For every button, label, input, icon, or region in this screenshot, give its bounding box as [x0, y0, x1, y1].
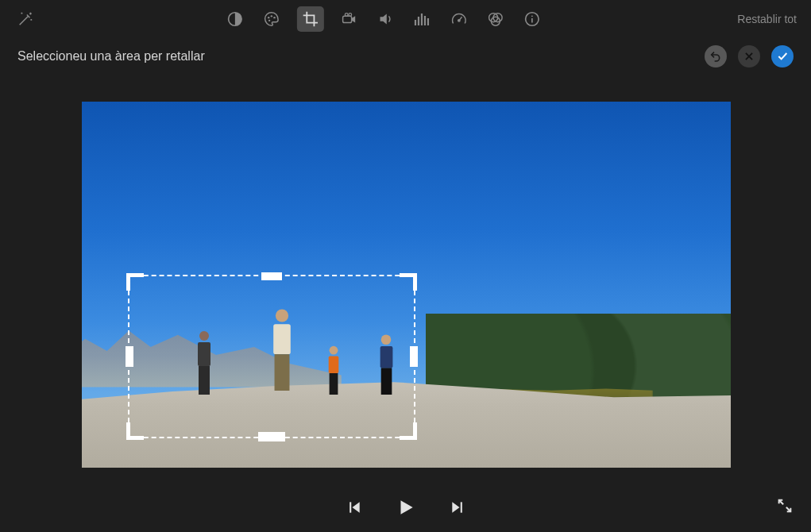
svg-point-6	[345, 13, 348, 17]
speedometer-icon[interactable]	[447, 8, 469, 30]
next-frame-button[interactable]	[450, 499, 465, 515]
playback-controls	[346, 497, 465, 518]
cancel-button[interactable]	[738, 45, 760, 67]
svg-point-7	[348, 13, 351, 17]
svg-rect-11	[423, 16, 425, 25]
svg-point-2	[270, 15, 272, 17]
volume-icon[interactable]	[374, 8, 396, 30]
svg-rect-20	[460, 502, 461, 512]
video-viewer	[82, 102, 731, 468]
crop-handle-left[interactable]	[126, 346, 133, 367]
svg-point-3	[273, 17, 275, 18]
crop-action-row: Seleccioneu una àrea per retallar	[0, 38, 811, 75]
crop-instruction-text: Seleccioneu una àrea per retallar	[17, 49, 205, 64]
crop-handle-top-left[interactable]	[126, 273, 144, 291]
svg-point-4	[268, 20, 269, 21]
svg-rect-10	[420, 13, 422, 25]
color-filters-icon[interactable]	[484, 8, 506, 30]
previous-frame-button[interactable]	[346, 499, 362, 515]
video-camera-icon[interactable]	[338, 8, 360, 30]
svg-rect-19	[350, 502, 351, 512]
svg-rect-12	[427, 18, 428, 25]
svg-point-13	[458, 20, 459, 21]
crop-handle-top-right[interactable]	[400, 273, 417, 291]
crop-action-buttons	[705, 45, 794, 67]
crop-handle-top[interactable]	[261, 272, 282, 280]
svg-rect-5	[342, 16, 351, 22]
svg-point-18	[531, 15, 532, 17]
crop-handle-right[interactable]	[410, 346, 418, 367]
toolbar-center	[223, 6, 543, 32]
svg-point-1	[268, 17, 269, 18]
magic-wand-icon[interactable]	[14, 8, 37, 30]
svg-rect-9	[417, 17, 419, 25]
crop-handle-bottom-right[interactable]	[400, 422, 417, 440]
crop-handle-bottom-left[interactable]	[126, 422, 144, 440]
info-icon[interactable]	[520, 8, 543, 30]
toolbar-right: Restablir tot	[731, 13, 797, 25]
fullscreen-toggle-icon[interactable]	[776, 497, 794, 518]
equalizer-icon[interactable]	[411, 8, 433, 30]
apply-button[interactable]	[771, 45, 794, 67]
undo-button[interactable]	[705, 45, 727, 67]
crop-handle-bottom[interactable]	[258, 432, 285, 441]
play-button[interactable]	[396, 497, 416, 518]
adjust-toolbar: Restablir tot	[0, 0, 811, 38]
palette-icon[interactable]	[260, 8, 282, 30]
svg-rect-8	[414, 20, 415, 25]
contrast-icon[interactable]	[223, 8, 245, 30]
toolbar-left	[14, 8, 37, 30]
crop-icon[interactable]	[296, 6, 323, 32]
reset-all-button[interactable]: Restablir tot	[737, 13, 797, 25]
crop-selection[interactable]	[128, 275, 415, 438]
